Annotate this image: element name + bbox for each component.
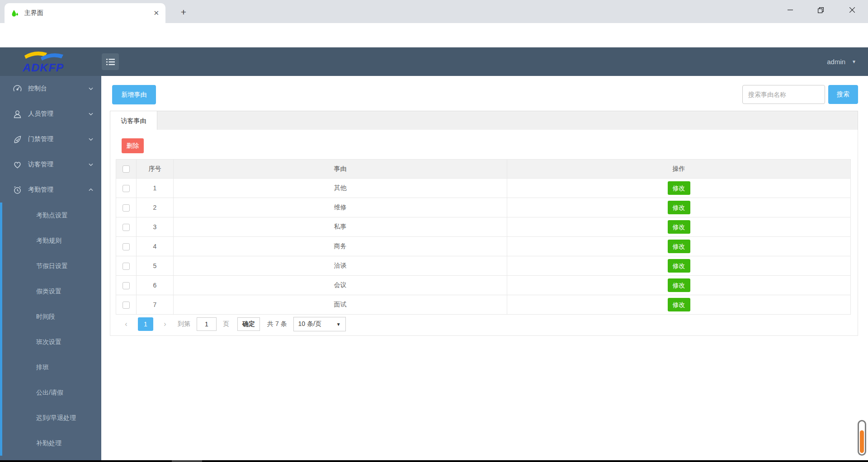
sidebar-item-console[interactable]: 控制台 bbox=[0, 76, 101, 101]
add-reason-button[interactable]: 新增事由 bbox=[112, 85, 156, 104]
edit-button[interactable]: 修改 bbox=[668, 240, 690, 253]
row-no: 1 bbox=[137, 179, 174, 198]
row-checkbox[interactable] bbox=[123, 185, 130, 192]
window-minimize-button[interactable] bbox=[780, 0, 801, 20]
window-restore-button[interactable] bbox=[810, 0, 831, 20]
new-tab-button[interactable]: + bbox=[177, 6, 190, 19]
reason-table: 序号 事由 操作 1 其他 修改 2 维修 修改 bbox=[116, 159, 851, 315]
next-page-icon[interactable]: › bbox=[160, 320, 170, 328]
row-reason: 会议 bbox=[174, 276, 507, 295]
row-no: 5 bbox=[137, 256, 174, 276]
table-row: 1 其他 修改 bbox=[116, 179, 851, 198]
table-header-row: 序号 事由 操作 bbox=[116, 160, 851, 179]
browser-tab[interactable]: 主界面 ✕ bbox=[5, 3, 165, 23]
select-arrow-icon: ▼ bbox=[336, 322, 341, 327]
submenu-item-attendance-points[interactable]: 考勤点设置 bbox=[0, 203, 101, 228]
app-logo: ADKFP bbox=[19, 50, 73, 74]
row-no: 6 bbox=[137, 276, 174, 295]
row-checkbox[interactable] bbox=[123, 282, 130, 289]
submenu-item-scheduling[interactable]: 排班 bbox=[0, 354, 101, 380]
row-reason: 洽谈 bbox=[174, 256, 507, 276]
row-reason: 其他 bbox=[174, 179, 507, 198]
row-checkbox[interactable] bbox=[123, 204, 130, 212]
row-checkbox[interactable] bbox=[123, 243, 130, 250]
chevron-down-icon bbox=[88, 136, 94, 142]
edit-button[interactable]: 修改 bbox=[668, 278, 690, 292]
sidebar-item-label: 考勤管理 bbox=[28, 186, 53, 194]
row-no: 3 bbox=[137, 217, 174, 237]
search-button[interactable]: 搜索 bbox=[828, 85, 858, 104]
delete-button[interactable]: 删除 bbox=[122, 138, 144, 153]
table-row: 2 维修 修改 bbox=[116, 198, 851, 217]
window-close-button[interactable] bbox=[842, 0, 863, 20]
submenu-item-business-leave[interactable]: 公出/请假 bbox=[0, 380, 101, 405]
app-header: ADKFP admin ▼ bbox=[0, 47, 868, 76]
scrollbar-widget[interactable] bbox=[858, 420, 866, 456]
sidebar-item-visitor[interactable]: 访客管理 bbox=[0, 152, 101, 177]
column-header-no: 序号 bbox=[137, 160, 174, 179]
submenu-item-holiday-settings[interactable]: 节假日设置 bbox=[0, 253, 101, 278]
table-row: 4 商务 修改 bbox=[116, 237, 851, 256]
scrollbar-thumb[interactable] bbox=[860, 430, 864, 453]
attendance-submenu: 考勤点设置 考勤规则 节假日设置 假类设置 时间段 班次设置 排班 公出/请假 … bbox=[0, 203, 101, 456]
edit-button[interactable]: 修改 bbox=[668, 298, 690, 311]
dashboard-icon bbox=[12, 84, 22, 94]
edit-button[interactable]: 修改 bbox=[668, 181, 690, 195]
row-no: 7 bbox=[137, 295, 174, 315]
user-icon bbox=[12, 109, 22, 119]
browser-tab-strip: 主界面 ✕ + bbox=[0, 0, 868, 23]
sidebar-item-label: 人员管理 bbox=[28, 110, 53, 118]
submenu-active-indicator bbox=[0, 203, 2, 456]
tab-title: 主界面 bbox=[24, 9, 153, 17]
edit-button[interactable]: 修改 bbox=[668, 220, 690, 234]
sidebar-item-personnel[interactable]: 人员管理 bbox=[0, 101, 101, 127]
sidebar-item-label: 控制台 bbox=[28, 85, 47, 93]
sidebar-item-label: 访客管理 bbox=[28, 160, 53, 169]
page-size-select[interactable]: 10 条/页 ▼ bbox=[293, 317, 346, 331]
sidebar-item-access-control[interactable]: 门禁管理 bbox=[0, 127, 101, 152]
confirm-page-button[interactable]: 确定 bbox=[237, 317, 260, 331]
search-input[interactable] bbox=[742, 85, 825, 104]
tab-close-icon[interactable]: ✕ bbox=[153, 9, 159, 17]
visitor-reason-panel: 删除 序号 事由 操作 1 其他 修改 bbox=[110, 130, 858, 336]
browser-url-bar: ← → ⟳ 不安全 | 47.103.9.22:8069/index/toInd… bbox=[0, 23, 868, 47]
heart-icon bbox=[12, 160, 22, 170]
pagination: ‹ 1 › 到第 页 确定 共 7 条 10 条/页 ▼ bbox=[122, 317, 346, 331]
select-all-checkbox[interactable] bbox=[123, 165, 130, 173]
page-number-input[interactable] bbox=[197, 317, 217, 331]
username: admin bbox=[827, 58, 845, 66]
sidebar-item-attendance[interactable]: 考勤管理 bbox=[0, 177, 101, 203]
row-reason: 商务 bbox=[174, 237, 507, 256]
chevron-down-icon bbox=[88, 161, 94, 168]
sidebar-item-label: 门禁管理 bbox=[28, 135, 53, 143]
row-reason: 维修 bbox=[174, 198, 507, 217]
sidebar: 控制台 人员管理 门禁管理 访客管理 bbox=[0, 76, 101, 460]
sidebar-toggle-button[interactable] bbox=[102, 53, 119, 70]
submenu-item-shift-settings[interactable]: 班次设置 bbox=[0, 329, 101, 354]
row-checkbox[interactable] bbox=[123, 302, 130, 309]
screen-bottom-edge bbox=[0, 460, 868, 462]
access-check-icon bbox=[12, 134, 22, 144]
total-count-label: 共 7 条 bbox=[267, 320, 287, 328]
submenu-item-time-periods[interactable]: 时间段 bbox=[0, 304, 101, 329]
edit-button[interactable]: 修改 bbox=[668, 259, 690, 273]
edit-button[interactable]: 修改 bbox=[668, 201, 690, 214]
row-checkbox[interactable] bbox=[123, 263, 130, 270]
favicon-droplet-icon bbox=[11, 9, 19, 17]
prev-page-icon[interactable]: ‹ bbox=[122, 320, 131, 328]
current-page-button[interactable]: 1 bbox=[138, 317, 153, 331]
user-menu[interactable]: admin ▼ bbox=[827, 47, 856, 76]
table-row: 3 私事 修改 bbox=[116, 217, 851, 237]
logo-text: ADKFP bbox=[23, 61, 64, 74]
row-no: 4 bbox=[137, 237, 174, 256]
tab-visitor-reason[interactable]: 访客事由 bbox=[110, 111, 157, 130]
table-row: 6 会议 修改 bbox=[116, 276, 851, 295]
submenu-item-makeup-handling[interactable]: 补勤处理 bbox=[0, 430, 101, 456]
chevron-down-icon bbox=[88, 111, 94, 117]
chevron-down-icon bbox=[88, 85, 94, 92]
alarm-clock-icon bbox=[12, 185, 22, 195]
submenu-item-late-early-handling[interactable]: 迟到/早退处理 bbox=[0, 405, 101, 430]
row-checkbox[interactable] bbox=[123, 224, 130, 231]
submenu-item-leave-types[interactable]: 假类设置 bbox=[0, 278, 101, 304]
submenu-item-attendance-rules[interactable]: 考勤规则 bbox=[0, 228, 101, 253]
